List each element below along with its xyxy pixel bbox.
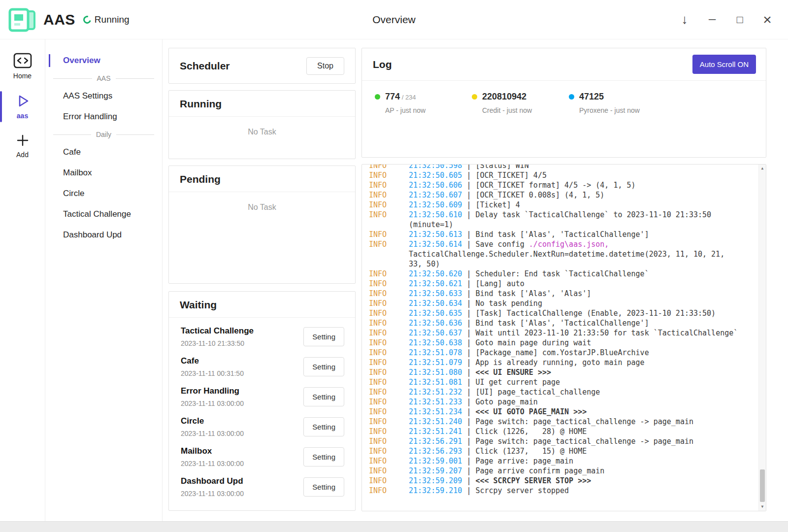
- waiting-task-row-circle: Circle2023-11-11 03:00:00Setting: [169, 412, 355, 442]
- log-line: INFO21:32:51.233 | Goto page_main: [369, 397, 739, 407]
- plus-icon: [16, 133, 30, 147]
- nav-item-tactical-challenge[interactable]: Tactical Challenge: [45, 204, 162, 225]
- log-line: INFO21:32:59.209 | <<< SCRCPY SERVER STO…: [369, 476, 739, 486]
- log-line: INFO21:32:50.607 | [OCR_TICKET 0.008s] (…: [369, 190, 739, 200]
- log-line: INFO21:32:50.638 | Goto main page during…: [369, 338, 739, 348]
- task-next-run: 2023-11-11 03:00:00: [181, 430, 303, 437]
- dashboard-stat-ap: 774 / 234AP - just now: [375, 92, 472, 114]
- window-download-button[interactable]: ↓: [679, 13, 690, 27]
- scrollbar-thumb[interactable]: [760, 469, 765, 502]
- log-line: INFO21:32:50.614 | Save config ./config\…: [369, 239, 739, 269]
- running-title: Running: [169, 91, 355, 117]
- log-line: INFO21:32:50.633 | Bind task ['Alas', 'A…: [369, 289, 739, 299]
- task-name: Dashboard Upd: [181, 476, 303, 486]
- nav-section-divider-daily: Daily: [53, 127, 154, 142]
- window-minimize-button[interactable]: ─: [706, 13, 718, 27]
- waiting-task-row-error-handling: Error Handling2023-11-11 03:00:00Setting: [169, 382, 355, 412]
- home-icon: [13, 53, 32, 68]
- log-line: INFO21:32:50.621 | [Lang] auto: [369, 279, 739, 289]
- log-line: INFO21:32:50.605 | [OCR_TICKET] 4/5: [369, 170, 739, 180]
- running-spinner-icon: [82, 14, 93, 25]
- window-close-button[interactable]: ×: [761, 13, 773, 27]
- log-scrollbar[interactable]: ▲ ▼: [758, 165, 766, 511]
- page-title: Overview: [372, 14, 416, 26]
- task-next-run: 2023-11-11 03:00:00: [181, 490, 303, 498]
- stat-caption: Credit - just now: [482, 106, 532, 114]
- nav-sidebar: OverviewAASAAS SettingsError HandlingDai…: [45, 39, 163, 521]
- sidebar-item-aas[interactable]: aas: [0, 88, 45, 125]
- sidebar-item-label: Add: [16, 151, 29, 159]
- waiting-card: Waiting Tactical Challenge2023-11-10 21:…: [168, 291, 356, 511]
- sidebar-item-add[interactable]: Add: [0, 128, 45, 164]
- task-setting-button[interactable]: Setting: [303, 387, 344, 406]
- log-line: INFO21:32:51.240 | Page switch: page_tac…: [369, 417, 739, 427]
- task-setting-button[interactable]: Setting: [303, 417, 344, 436]
- content-area: Scheduler Stop Running No Task Pending N…: [163, 39, 788, 521]
- nav-item-error-handling[interactable]: Error Handling: [45, 106, 162, 127]
- scheduler-title: Scheduler: [180, 60, 230, 72]
- log-line: INFO21:32:50.606 | [OCR_TICKET format] 4…: [369, 180, 739, 190]
- pending-card: Pending No Task: [168, 166, 356, 284]
- log-line: INFO21:32:50.636 | Bind task ['Alas', 'T…: [369, 318, 739, 328]
- dashboard-stat-credit: 220810942Credit - just now: [472, 92, 569, 114]
- task-name: Error Handling: [181, 386, 303, 396]
- titlebar: AAS Running Overview ↓─□×: [0, 0, 788, 39]
- log-column: Log Auto Scroll ON 774 / 234AP - just no…: [361, 48, 766, 521]
- nav-item-cafe[interactable]: Cafe: [45, 142, 162, 163]
- log-line: INFO21:32:50.613 | Bind task ['Alas', 'T…: [369, 230, 739, 239]
- stat-dot: [569, 94, 574, 100]
- sidebar-item-home[interactable]: Home: [0, 47, 45, 85]
- sidebar-item-label: aas: [17, 112, 28, 120]
- nav-item-overview[interactable]: Overview: [45, 50, 162, 71]
- log-line: INFO21:32:59.207 | Page arrive confirm p…: [369, 466, 739, 476]
- nav-item-dashboard-upd[interactable]: Dashboard Upd: [45, 225, 162, 245]
- waiting-task-row-cafe: Cafe2023-11-11 00:31:50Setting: [169, 352, 355, 382]
- log-lines: INFO21:32:50.598 | [Status] WININFO21:32…: [362, 164, 766, 496]
- log-line: INFO21:32:50.635 | [Task] TacticalChalle…: [369, 308, 739, 318]
- play-icon: [15, 94, 30, 108]
- window-bottom-edge: [0, 521, 788, 532]
- icon-sidebar: Home aas Add: [0, 39, 45, 521]
- scrollbar-up-icon[interactable]: ▲: [759, 165, 766, 172]
- app-logo: [7, 4, 37, 35]
- task-column: Scheduler Stop Running No Task Pending N…: [168, 48, 356, 521]
- task-setting-button[interactable]: Setting: [303, 477, 344, 497]
- waiting-task-list: Tactical Challenge2023-11-10 21:33:50Set…: [169, 318, 355, 502]
- log-line: INFO21:32:56.293 | Click (1237, 15) @ HO…: [369, 446, 739, 456]
- pending-empty-text: No Task: [169, 192, 355, 212]
- task-next-run: 2023-11-11 03:00:00: [181, 460, 303, 467]
- log-line: INFO21:32:50.610 | Delay task `TacticalC…: [369, 210, 739, 230]
- waiting-task-row-mailbox: Mailbox2023-11-11 03:00:00Setting: [169, 442, 355, 472]
- task-setting-button[interactable]: Setting: [303, 357, 344, 376]
- waiting-task-row-tactical-challenge: Tactical Challenge2023-11-10 21:33:50Set…: [169, 322, 355, 352]
- task-name: Tactical Challenge: [181, 326, 303, 336]
- task-setting-button[interactable]: Setting: [303, 327, 344, 346]
- app-status: Running: [83, 14, 130, 25]
- scheduler-stop-button[interactable]: Stop: [306, 57, 344, 75]
- window-maximize-button[interactable]: □: [734, 13, 746, 27]
- log-line: INFO21:32:51.080 | <<< UI ENSURE >>>: [369, 367, 739, 377]
- task-setting-button[interactable]: Setting: [303, 447, 344, 466]
- log-line: INFO21:32:51.241 | Click (1226, 28) @ HO…: [369, 427, 739, 436]
- stat-dot: [375, 94, 380, 100]
- stat-value: 47125: [579, 92, 604, 102]
- log-card: Log Auto Scroll ON 774 / 234AP - just no…: [361, 48, 766, 158]
- waiting-title: Waiting: [169, 292, 355, 318]
- nav-item-circle[interactable]: Circle: [45, 183, 162, 204]
- auto-scroll-button[interactable]: Auto Scroll ON: [692, 55, 756, 74]
- app-name: AAS: [43, 11, 75, 28]
- log-line: INFO21:32:56.291 | Page switch: page_tac…: [369, 436, 739, 446]
- scrollbar-down-icon[interactable]: ▼: [759, 503, 766, 511]
- status-label: Running: [95, 14, 130, 25]
- sidebar-item-label: Home: [13, 72, 32, 80]
- dashboard-stats: 774 / 234AP - just now220810942Credit - …: [362, 81, 766, 114]
- task-next-run: 2023-11-11 03:00:00: [181, 399, 303, 407]
- log-line: INFO21:32:50.634 | No task pending: [369, 299, 739, 308]
- log-line: INFO21:32:51.078 | [Package_name] com.Yo…: [369, 348, 739, 358]
- log-header: Log Auto Scroll ON: [362, 48, 766, 81]
- log-output[interactable]: INFO21:32:50.598 | [Status] WININFO21:32…: [361, 164, 766, 511]
- stat-caption: Pyroxene - just now: [579, 106, 640, 114]
- log-line: INFO21:32:59.001 | Page arrive: page_mai…: [369, 456, 739, 466]
- nav-item-mailbox[interactable]: Mailbox: [45, 163, 162, 183]
- nav-item-aas-settings[interactable]: AAS Settings: [45, 86, 162, 106]
